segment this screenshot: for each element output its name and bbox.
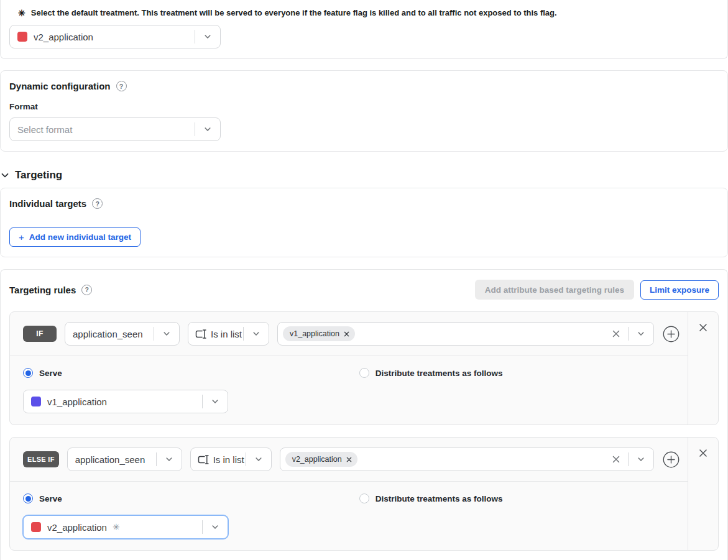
help-icon[interactable]: ?: [116, 81, 127, 91]
help-icon[interactable]: ?: [81, 285, 92, 295]
chevron-down-icon: [157, 455, 182, 464]
string-matcher-icon: [197, 454, 210, 465]
chevron-down-icon: [195, 125, 220, 134]
chip-remove-icon[interactable]: [344, 331, 349, 337]
add-individual-target-button[interactable]: + Add new individual target: [9, 227, 141, 247]
chevron-down-icon: [203, 397, 228, 406]
default-marker-icon: ✳: [18, 8, 25, 19]
add-attribute-rules-button[interactable]: Add attribute based targeting rules: [475, 280, 634, 300]
serve-treatment-select[interactable]: v1_application: [23, 390, 228, 413]
dynamic-configuration-card: Dynamic configuration ? Format Select fo…: [0, 70, 728, 152]
default-treatment-select[interactable]: v2_application: [9, 25, 221, 48]
targeting-rules-title: Targeting rules: [9, 285, 76, 295]
matcher-select[interactable]: Is in list: [188, 322, 269, 346]
format-label: Format: [9, 102, 719, 111]
distribute-radio-option[interactable]: Distribute treatments as follows: [359, 493, 503, 503]
matcher-select[interactable]: Is in list: [190, 448, 272, 471]
serve-radio-option[interactable]: Serve: [23, 493, 62, 503]
add-condition-button[interactable]: [662, 325, 680, 342]
help-icon[interactable]: ?: [92, 198, 103, 209]
values-multiselect[interactable]: v2_application: [280, 448, 654, 471]
values-multiselect[interactable]: v1_application: [277, 322, 654, 346]
limit-exposure-button[interactable]: Limit exposure: [640, 280, 719, 300]
serve-treatment-select[interactable]: v2_application ✳: [23, 515, 228, 539]
format-select[interactable]: Select format: [9, 117, 221, 141]
targeting-rule: ELSE IF application_seen Is in list: [9, 437, 719, 551]
attribute-select[interactable]: application_seen: [67, 448, 182, 471]
plus-circle-icon: [663, 451, 680, 468]
add-condition-button[interactable]: [662, 451, 680, 468]
chevron-down-icon: [0, 170, 10, 180]
chevron-down-icon: [195, 32, 220, 41]
rule-keyword-badge: ELSE IF: [23, 451, 59, 467]
clear-values-icon[interactable]: [612, 329, 620, 338]
default-treatment-card: ✳ Select the default treatment. This tre…: [0, 0, 728, 59]
radio-selected: [23, 493, 33, 503]
remove-rule-button[interactable]: [697, 447, 709, 459]
chevron-down-icon: [246, 455, 271, 464]
close-icon: [698, 448, 708, 458]
value-chip: v2_application: [285, 452, 357, 467]
treatment-color-swatch: [17, 32, 27, 42]
default-marker-icon: ✳: [113, 522, 120, 532]
default-treatment-note-text: Select the default treatment. This treat…: [31, 8, 557, 17]
chevron-down-icon: [629, 455, 653, 464]
plus-circle-icon: [663, 326, 680, 342]
individual-targets-card: Individual targets ? + Add new individua…: [0, 188, 728, 257]
radio-unselected: [359, 493, 369, 503]
rule-keyword-badge: IF: [23, 326, 57, 342]
distribute-radio-option[interactable]: Distribute treatments as follows: [359, 368, 503, 378]
attribute-select[interactable]: application_seen: [65, 322, 180, 346]
value-chip: v1_application: [283, 326, 355, 341]
chevron-down-icon: [154, 329, 179, 338]
targeting-collapse-toggle[interactable]: [0, 170, 10, 180]
individual-targets-title: Individual targets: [9, 198, 86, 209]
targeting-rules-card: Targeting rules ? Add attribute based ta…: [0, 269, 728, 560]
chip-remove-icon[interactable]: [346, 457, 352, 462]
default-treatment-note: ✳ Select the default treatment. This tre…: [9, 8, 719, 19]
default-treatment-value: v2_application: [34, 32, 195, 42]
chevron-down-icon: [629, 329, 653, 338]
remove-rule-button[interactable]: [697, 321, 709, 334]
dynamic-configuration-title: Dynamic configuration: [9, 81, 111, 91]
format-placeholder: Select format: [17, 124, 195, 135]
targeting-rule: IF application_seen Is in list: [9, 311, 719, 425]
treatment-color-swatch: [31, 522, 41, 532]
close-icon: [698, 323, 708, 333]
treatment-color-swatch: [31, 397, 41, 406]
clear-values-icon[interactable]: [612, 455, 620, 464]
radio-unselected: [359, 368, 369, 378]
string-matcher-icon: [195, 329, 207, 339]
plus-icon: +: [19, 232, 24, 242]
radio-selected: [23, 368, 33, 378]
chevron-down-icon: [203, 523, 228, 531]
targeting-title: Targeting: [15, 169, 62, 181]
serve-radio-option[interactable]: Serve: [23, 368, 62, 378]
chevron-down-icon: [244, 329, 269, 338]
